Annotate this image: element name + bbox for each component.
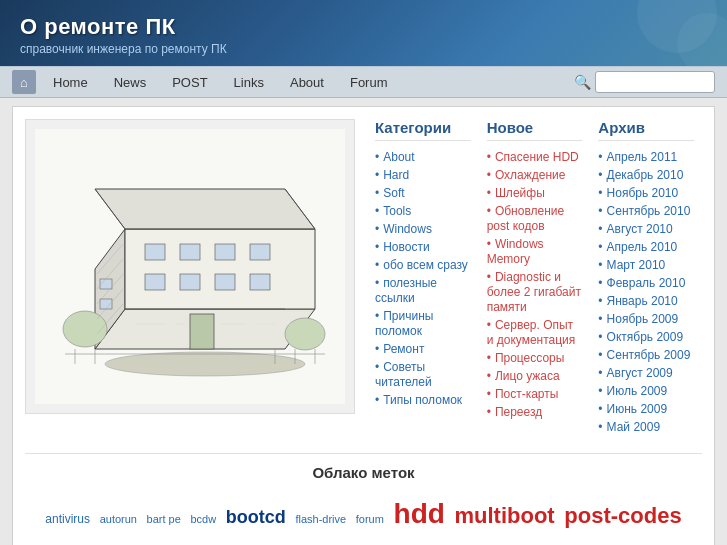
nav-item-links[interactable]: Links: [221, 70, 277, 95]
svg-point-20: [285, 318, 325, 350]
archive-link[interactable]: Февраль 2010: [607, 276, 686, 290]
category-link[interactable]: Hard: [383, 168, 409, 182]
list-item: Советы читателей: [375, 359, 471, 389]
archive-column: Архив Апрель 2011Декабрь 2010Ноябрь 2010…: [590, 119, 702, 437]
category-link[interactable]: Типы поломок: [383, 393, 462, 407]
categories-column: Категории AboutHardSoftToolsWindowsНовос…: [367, 119, 479, 437]
list-item: Охлаждение: [487, 167, 583, 182]
tag[interactable]: flash-drive: [295, 513, 346, 525]
nav-item-forum[interactable]: Forum: [337, 70, 401, 95]
tag-cloud-section: Облако меток antivirus autorun bart pe b…: [25, 453, 702, 545]
category-link[interactable]: About: [383, 150, 414, 164]
category-link[interactable]: обо всем сразу: [383, 258, 468, 272]
category-link[interactable]: Ремонт: [383, 342, 424, 356]
tag[interactable]: multiboot: [454, 503, 554, 528]
tag[interactable]: bart pe: [147, 513, 181, 525]
news-title: Новое: [487, 119, 583, 141]
category-link[interactable]: Soft: [383, 186, 404, 200]
main-content: Категории AboutHardSoftToolsWindowsНовос…: [12, 106, 715, 545]
archive-link[interactable]: Сентябрь 2010: [607, 204, 691, 218]
list-item: Пост-карты: [487, 386, 583, 401]
tag[interactable]: autorun: [100, 513, 137, 525]
nav-item-news[interactable]: News: [101, 70, 160, 95]
archive-link[interactable]: Сентябрь 2009: [607, 348, 691, 362]
archive-link[interactable]: Март 2010: [607, 258, 666, 272]
news-link[interactable]: Diagnostic и более 2 гигабайт памяти: [487, 270, 581, 314]
category-link[interactable]: Советы читателей: [375, 360, 432, 389]
home-icon[interactable]: ⌂: [12, 70, 36, 94]
archive-link[interactable]: Июнь 2009: [607, 402, 668, 416]
svg-rect-7: [215, 244, 235, 260]
category-link[interactable]: Windows: [383, 222, 432, 236]
tag[interactable]: hdd: [394, 498, 445, 529]
featured-image: [25, 119, 355, 414]
list-item: Hard: [375, 167, 471, 182]
archive-link[interactable]: Январь 2010: [607, 294, 678, 308]
svg-point-19: [63, 311, 107, 347]
list-item: Февраль 2010: [598, 275, 694, 290]
list-item: Спасение HDD: [487, 149, 583, 164]
nav-item-about[interactable]: About: [277, 70, 337, 95]
archive-link[interactable]: Декабрь 2010: [607, 168, 684, 182]
list-item: Июль 2009: [598, 383, 694, 398]
tag[interactable]: forum: [356, 513, 384, 525]
svg-marker-4: [95, 189, 315, 229]
news-link[interactable]: Шлейфы: [495, 186, 545, 200]
list-item: Июнь 2009: [598, 401, 694, 416]
category-link[interactable]: полезные ссылки: [375, 276, 437, 305]
archive-link[interactable]: Июль 2009: [607, 384, 668, 398]
list-item: полезные ссылки: [375, 275, 471, 305]
category-link[interactable]: Новости: [383, 240, 429, 254]
list-item: Август 2009: [598, 365, 694, 380]
list-item: Типы поломок: [375, 392, 471, 407]
svg-rect-5: [145, 244, 165, 260]
svg-rect-8: [250, 244, 270, 260]
news-link[interactable]: Пост-карты: [495, 387, 559, 401]
news-list: Спасение HDDОхлаждениеШлейфыОбновление p…: [487, 149, 583, 419]
list-item: About: [375, 149, 471, 164]
svg-rect-12: [250, 274, 270, 290]
svg-rect-10: [180, 274, 200, 290]
news-link[interactable]: Лицо ужаса: [495, 369, 560, 383]
archive-link[interactable]: Май 2009: [607, 420, 661, 434]
tag-cloud-title: Облако меток: [25, 464, 702, 481]
svg-rect-9: [145, 274, 165, 290]
nav-item-home[interactable]: Home: [40, 70, 101, 95]
news-link[interactable]: Спасение HDD: [495, 150, 579, 164]
news-link[interactable]: Охлаждение: [495, 168, 566, 182]
categories-title: Категории: [375, 119, 471, 141]
list-item: Декабрь 2010: [598, 167, 694, 182]
news-link[interactable]: Обновление post кодов: [487, 204, 565, 233]
archive-link[interactable]: Октябрь 2009: [607, 330, 684, 344]
tag[interactable]: post-codes: [564, 503, 681, 528]
category-link[interactable]: Причины поломок: [375, 309, 433, 338]
nav-item-post[interactable]: POST: [159, 70, 220, 95]
archive-link[interactable]: Август 2009: [607, 366, 673, 380]
tag[interactable]: bootcd: [226, 507, 286, 527]
category-link[interactable]: Tools: [383, 204, 411, 218]
list-item: Процессоры: [487, 350, 583, 365]
news-link[interactable]: Windows Memory: [487, 237, 544, 266]
list-item: Сентябрь 2009: [598, 347, 694, 362]
archive-link[interactable]: Ноябрь 2010: [607, 186, 679, 200]
svg-marker-3: [125, 229, 315, 309]
archive-link[interactable]: Апрель 2011: [607, 150, 678, 164]
search-input[interactable]: [595, 71, 715, 93]
list-item: Ремонт: [375, 341, 471, 356]
list-item: Сентябрь 2010: [598, 203, 694, 218]
list-item: обо всем сразу: [375, 257, 471, 272]
list-item: Причины поломок: [375, 308, 471, 338]
list-item: Сервер. Опыт и документация: [487, 317, 583, 347]
list-item: Август 2010: [598, 221, 694, 236]
news-link[interactable]: Сервер. Опыт и документация: [487, 318, 576, 347]
list-item: Март 2010: [598, 257, 694, 272]
tag[interactable]: bcdw: [190, 513, 216, 525]
list-item: Ноябрь 2009: [598, 311, 694, 326]
news-link[interactable]: Процессоры: [495, 351, 565, 365]
list-item: Лицо ужаса: [487, 368, 583, 383]
tag[interactable]: antivirus: [45, 512, 90, 526]
archive-link[interactable]: Апрель 2010: [607, 240, 678, 254]
archive-link[interactable]: Ноябрь 2009: [607, 312, 679, 326]
archive-link[interactable]: Август 2010: [607, 222, 673, 236]
news-link[interactable]: Переезд: [495, 405, 542, 419]
